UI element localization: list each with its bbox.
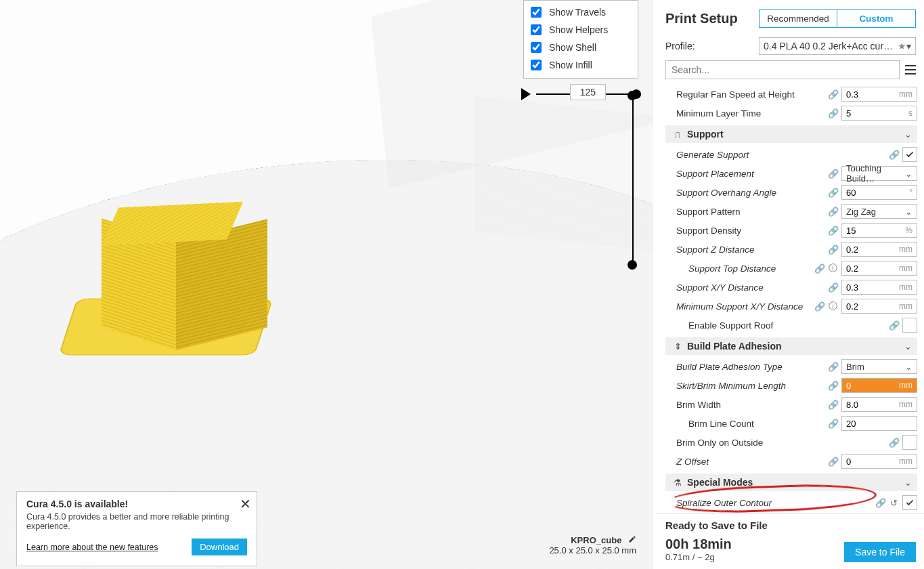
setting-brim-width: Brim Width 🔗 mm bbox=[665, 395, 917, 414]
setting-label: Support Overhang Angle bbox=[665, 188, 824, 198]
setting-label: Brim Line Count bbox=[665, 419, 824, 429]
setting-label: Brim Width bbox=[665, 400, 824, 410]
support-placement-select[interactable]: Touching Build…⌄ bbox=[841, 166, 917, 181]
support-roof-checkbox[interactable] bbox=[902, 318, 917, 333]
spiralize-checkbox[interactable] bbox=[902, 495, 917, 510]
setting-min-support-xy: Minimum Support X/Y Distance 🔗 ⓘ mm bbox=[665, 297, 917, 316]
info-icon[interactable]: ⓘ bbox=[828, 262, 837, 274]
link-icon[interactable]: 🔗 bbox=[889, 320, 898, 331]
setting-skirt-brim-min-length: Skirt/Brim Minimum Length 🔗 mm bbox=[665, 376, 917, 395]
min-layer-input[interactable]: s bbox=[841, 106, 917, 121]
profile-value: 0.4 PLA 40 0.2 Jerk+Acc cured bbox=[764, 41, 894, 51]
show-travels-checkbox[interactable] bbox=[531, 7, 542, 18]
show-helpers-checkbox[interactable] bbox=[531, 24, 542, 35]
support-xydist-input[interactable]: mm bbox=[841, 280, 917, 295]
link-icon[interactable]: 🔗 bbox=[828, 419, 837, 429]
v-slider-knob-bottom[interactable] bbox=[628, 260, 637, 270]
learn-more-link[interactable]: Learn more about the new features bbox=[26, 543, 158, 552]
special-section-icon: ⚗ bbox=[671, 478, 684, 488]
download-button[interactable]: Download bbox=[192, 539, 247, 555]
setting-enable-support-roof: Enable Support Roof 🔗 bbox=[665, 316, 917, 335]
section-support[interactable]: ⎍ Support ⌄ bbox=[665, 125, 917, 143]
v-slider-track[interactable] bbox=[632, 92, 634, 268]
show-shell-label: Show Shell bbox=[549, 42, 596, 53]
link-icon[interactable]: 🔗 bbox=[828, 89, 837, 100]
setting-generate-support: Generate Support 🔗 bbox=[665, 145, 917, 164]
tab-custom[interactable]: Custom bbox=[837, 10, 915, 27]
hamburger-icon[interactable] bbox=[905, 65, 916, 75]
min-support-xy-input[interactable]: mm bbox=[841, 299, 917, 314]
link-icon[interactable]: 🔗 bbox=[828, 362, 837, 372]
link-icon[interactable]: 🔗 bbox=[828, 457, 837, 467]
support-pattern-select[interactable]: Zig Zag⌄ bbox=[841, 204, 917, 219]
model-info: KPRO_cube 25.0 x 25.0 x 25.0 mm bbox=[542, 535, 636, 555]
setting-support-placement: Support Placement 🔗 Touching Build…⌄ bbox=[665, 164, 917, 183]
sidebar-footer: Ready to Save to File 00h 18min 0.71m / … bbox=[656, 513, 924, 569]
setting-label: Support Pattern bbox=[665, 207, 824, 217]
play-icon[interactable] bbox=[521, 88, 531, 100]
v-slider-knob-top[interactable] bbox=[628, 91, 637, 100]
show-infill-label: Show Infill bbox=[549, 60, 592, 70]
link-icon[interactable]: 🔗 bbox=[889, 438, 898, 448]
banner-title: Cura 4.5.0 is available! bbox=[26, 499, 247, 509]
setting-min-layer-time: Minimum Layer Time 🔗 s bbox=[665, 104, 917, 123]
setting-label: Minimum Support X/Y Distance bbox=[665, 301, 810, 312]
adhesion-type-select[interactable]: Brim⌄ bbox=[841, 359, 917, 374]
link-icon[interactable]: 🔗 bbox=[814, 301, 824, 312]
chevron-down-icon: ⌄ bbox=[901, 362, 917, 372]
show-helpers-label: Show Helpers bbox=[549, 24, 608, 35]
brim-outside-checkbox[interactable] bbox=[902, 435, 917, 450]
link-icon[interactable]: 🔗 bbox=[828, 169, 837, 179]
link-icon[interactable]: 🔗 bbox=[828, 282, 837, 293]
link-icon[interactable]: 🔗 bbox=[828, 245, 837, 255]
fan-height-input[interactable]: mm bbox=[841, 87, 917, 102]
link-icon[interactable]: 🔗 bbox=[889, 150, 898, 160]
show-infill-option[interactable]: Show Infill bbox=[528, 56, 634, 74]
link-icon[interactable]: 🔗 bbox=[828, 226, 837, 236]
setting-label: Enable Support Roof bbox=[665, 320, 885, 331]
z-offset-input[interactable]: mm bbox=[841, 454, 917, 469]
tab-recommended[interactable]: Recommended bbox=[760, 10, 837, 27]
link-icon[interactable]: 🔗 bbox=[828, 381, 837, 391]
support-topdist-input[interactable]: mm bbox=[841, 261, 917, 276]
show-helpers-option[interactable]: Show Helpers bbox=[528, 21, 634, 39]
link-icon[interactable]: 🔗 bbox=[828, 207, 837, 217]
update-banner: ✕ Cura 4.5.0 is available! Cura 4.5.0 pr… bbox=[16, 491, 257, 566]
overhang-angle-input[interactable]: ° bbox=[841, 185, 917, 200]
support-zdist-input[interactable]: mm bbox=[841, 242, 917, 257]
link-icon[interactable]: 🔗 bbox=[875, 498, 885, 508]
setting-label: Support Placement bbox=[665, 169, 824, 179]
link-icon[interactable]: 🔗 bbox=[828, 188, 837, 198]
section-adhesion[interactable]: ⇕ Build Plate Adhesion ⌄ bbox=[665, 337, 917, 355]
info-icon[interactable]: ⓘ bbox=[828, 300, 837, 312]
search-input[interactable] bbox=[665, 60, 900, 79]
save-to-file-button[interactable]: Save to File bbox=[844, 542, 916, 562]
model-name: KPRO_cube bbox=[571, 535, 621, 545]
model-preview[interactable] bbox=[68, 190, 271, 366]
close-icon[interactable]: ✕ bbox=[240, 496, 251, 512]
show-shell-option[interactable]: Show Shell bbox=[528, 39, 634, 56]
link-icon[interactable]: 🔗 bbox=[828, 108, 837, 119]
section-title: Support bbox=[684, 129, 904, 140]
brim-count-input[interactable] bbox=[841, 416, 917, 431]
show-travels-option[interactable]: Show Travels bbox=[528, 3, 634, 21]
support-density-input[interactable]: % bbox=[841, 223, 917, 238]
generate-support-checkbox[interactable] bbox=[902, 147, 917, 162]
layer-vertical-slider[interactable]: 125 bbox=[626, 92, 640, 268]
brim-width-input[interactable]: mm bbox=[841, 397, 917, 412]
show-infill-checkbox[interactable] bbox=[531, 60, 542, 70]
layer-number-badge[interactable]: 125 bbox=[570, 84, 606, 100]
profile-selector[interactable]: 0.4 PLA 40 0.2 Jerk+Acc cured ★ ▾ bbox=[759, 37, 916, 55]
viewport-3d[interactable]: 125 KPRO_cube 25.0 x 25.0 x 25.0 mm bbox=[0, 0, 653, 569]
layer-view-options: Show Travels Show Helpers Show Shell Sho… bbox=[523, 0, 638, 79]
section-special-modes[interactable]: ⚗ Special Modes ⌄ bbox=[665, 473, 917, 491]
show-shell-checkbox[interactable] bbox=[531, 42, 542, 53]
link-icon[interactable]: 🔗 bbox=[828, 400, 837, 410]
skirt-brim-length-input[interactable]: mm bbox=[841, 378, 917, 393]
setting-label: Support Top Distance bbox=[665, 264, 810, 274]
status-ready: Ready to Save to File bbox=[665, 520, 916, 531]
reset-icon[interactable]: ↺ bbox=[889, 498, 898, 508]
setting-label: Support Z Distance bbox=[665, 245, 824, 255]
link-icon[interactable]: 🔗 bbox=[814, 264, 824, 274]
edit-model-icon[interactable] bbox=[628, 535, 636, 545]
